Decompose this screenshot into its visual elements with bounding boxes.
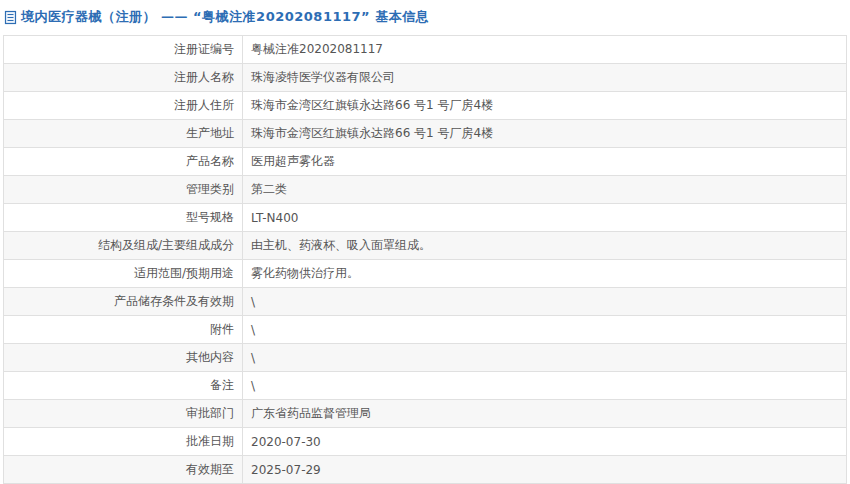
row-value-cell: 珠海凌特医学仪器有限公司 xyxy=(243,64,847,92)
row-value-cell: 珠海市金湾区红旗镇永达路66 号1 号厂房4楼 xyxy=(243,92,847,120)
row-label-cell: 其他内容 xyxy=(4,344,243,372)
row-value: 珠海市金湾区红旗镇永达路66 号1 号厂房4楼 xyxy=(251,126,493,140)
table-row: 产品储存条件及有效期 \ xyxy=(4,288,847,316)
row-label: 适用范围/预期用途 xyxy=(134,266,234,280)
row-value: 珠海市金湾区红旗镇永达路66 号1 号厂房4楼 xyxy=(251,98,493,112)
table-row: 附件 \ xyxy=(4,316,847,344)
row-label-cell: 结构及组成/主要组成成分 xyxy=(4,232,243,260)
row-label-cell: 有效期至 xyxy=(4,456,243,484)
table-row: 注册人住所 珠海市金湾区红旗镇永达路66 号1 号厂房4楼 xyxy=(4,92,847,120)
row-value: 珠海凌特医学仪器有限公司 xyxy=(251,70,395,84)
row-label: 管理类别 xyxy=(186,182,234,196)
row-value: \ xyxy=(251,379,255,393)
row-label: 型号规格 xyxy=(186,210,234,224)
row-value: 2025-07-29 xyxy=(251,463,321,477)
row-label-cell: 产品储存条件及有效期 xyxy=(4,288,243,316)
row-label: 批准日期 xyxy=(186,434,234,448)
row-value: \ xyxy=(251,351,255,365)
row-value-cell: 由主机、药液杯、吸入面罩组成。 xyxy=(243,232,847,260)
row-label-cell: 适用范围/预期用途 xyxy=(4,260,243,288)
row-label-cell: 注册人住所 xyxy=(4,92,243,120)
row-label-cell: 注册证编号 xyxy=(4,36,243,64)
row-value-cell: \ xyxy=(243,372,847,400)
table-row: 注册证编号 粤械注准20202081117 xyxy=(4,36,847,64)
page-title: 境内医疗器械（注册） —— “粤械注准20202081117” 基本信息 xyxy=(21,8,429,26)
row-label: 附件 xyxy=(210,322,234,336)
row-label-cell: 附件 xyxy=(4,316,243,344)
row-value: 2020-07-30 xyxy=(251,435,321,449)
row-value: 广东省药品监督管理局 xyxy=(251,406,371,420)
row-label-cell: 审批部门 xyxy=(4,400,243,428)
row-value-cell: 第二类 xyxy=(243,176,847,204)
row-value-cell: LT-N400 xyxy=(243,204,847,232)
table-row: 批准日期 2020-07-30 xyxy=(4,428,847,456)
table-row: 结构及组成/主要组成成分 由主机、药液杯、吸入面罩组成。 xyxy=(4,232,847,260)
row-label: 注册人住所 xyxy=(174,98,234,112)
row-value: \ xyxy=(251,295,255,309)
row-label: 有效期至 xyxy=(186,462,234,476)
table-row: 有效期至 2025-07-29 xyxy=(4,456,847,484)
table-row: 其他内容 \ xyxy=(4,344,847,372)
table-row: 型号规格 LT-N400 xyxy=(4,204,847,232)
row-value-cell: 2025-07-29 xyxy=(243,456,847,484)
table-row: 产品名称 医用超声雾化器 xyxy=(4,148,847,176)
registration-info-table: 注册证编号 粤械注准20202081117 注册人名称 珠海凌特医学仪器有限公司… xyxy=(3,35,847,484)
row-value-cell: \ xyxy=(243,316,847,344)
row-label: 产品名称 xyxy=(186,154,234,168)
document-icon xyxy=(4,10,17,25)
row-value-cell: \ xyxy=(243,344,847,372)
page-header: 境内医疗器械（注册） —— “粤械注准20202081117” 基本信息 xyxy=(3,3,847,35)
row-label: 注册人名称 xyxy=(174,70,234,84)
row-label: 注册证编号 xyxy=(174,42,234,56)
row-value: 第二类 xyxy=(251,182,287,196)
row-value: 粤械注准20202081117 xyxy=(251,42,383,56)
row-label: 生产地址 xyxy=(186,126,234,140)
table-row: 适用范围/预期用途 雾化药物供治疗用。 xyxy=(4,260,847,288)
row-label-cell: 批准日期 xyxy=(4,428,243,456)
table-row: 注册人名称 珠海凌特医学仪器有限公司 xyxy=(4,64,847,92)
row-label: 备注 xyxy=(210,378,234,392)
row-value: LT-N400 xyxy=(251,211,298,225)
row-value-cell: 雾化药物供治疗用。 xyxy=(243,260,847,288)
row-value-cell: 珠海市金湾区红旗镇永达路66 号1 号厂房4楼 xyxy=(243,120,847,148)
row-value-cell: \ xyxy=(243,288,847,316)
row-label-cell: 备注 xyxy=(4,372,243,400)
info-table-body: 注册证编号 粤械注准20202081117 注册人名称 珠海凌特医学仪器有限公司… xyxy=(4,36,847,484)
row-value-cell: 2020-07-30 xyxy=(243,428,847,456)
row-value-cell: 粤械注准20202081117 xyxy=(243,36,847,64)
page: 境内医疗器械（注册） —— “粤械注准20202081117” 基本信息 注册证… xyxy=(0,0,850,484)
row-value: 由主机、药液杯、吸入面罩组成。 xyxy=(251,238,431,252)
row-label-cell: 管理类别 xyxy=(4,176,243,204)
table-row: 生产地址 珠海市金湾区红旗镇永达路66 号1 号厂房4楼 xyxy=(4,120,847,148)
row-label: 结构及组成/主要组成成分 xyxy=(98,238,234,252)
row-value: 医用超声雾化器 xyxy=(251,154,335,168)
row-label-cell: 生产地址 xyxy=(4,120,243,148)
row-value-cell: 医用超声雾化器 xyxy=(243,148,847,176)
row-label: 审批部门 xyxy=(186,406,234,420)
table-row: 审批部门 广东省药品监督管理局 xyxy=(4,400,847,428)
row-label-cell: 产品名称 xyxy=(4,148,243,176)
row-label: 产品储存条件及有效期 xyxy=(114,294,234,308)
row-label-cell: 型号规格 xyxy=(4,204,243,232)
row-label: 其他内容 xyxy=(186,350,234,364)
row-label-cell: 注册人名称 xyxy=(4,64,243,92)
table-row: 备注 \ xyxy=(4,372,847,400)
row-value: 雾化药物供治疗用。 xyxy=(251,266,359,280)
row-value-cell: 广东省药品监督管理局 xyxy=(243,400,847,428)
row-value: \ xyxy=(251,323,255,337)
table-row: 管理类别 第二类 xyxy=(4,176,847,204)
